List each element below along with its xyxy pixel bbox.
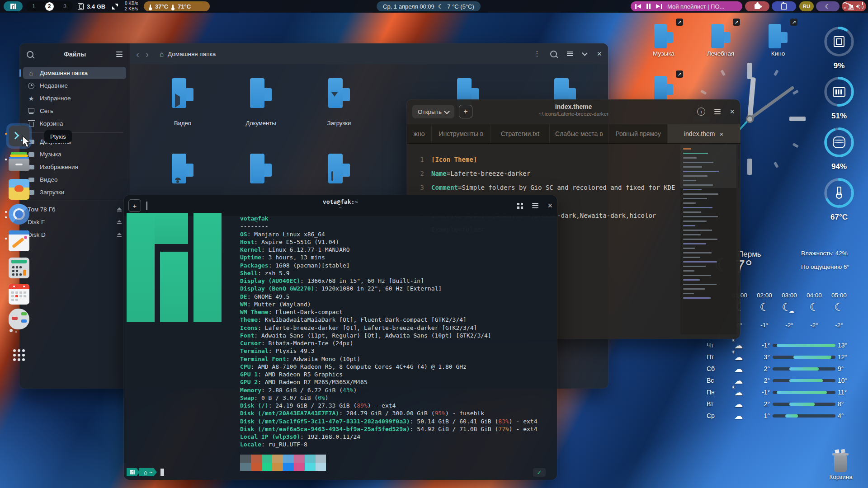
folder-row2-2[interactable] <box>328 154 350 183</box>
open-button[interactable]: Открыть <box>412 105 454 118</box>
cloud-icon: ☁ <box>789 308 794 314</box>
folder-Видео[interactable] <box>172 78 193 108</box>
trash-icon[interactable] <box>831 450 850 472</box>
sidebar-item-trash[interactable]: Корзина <box>23 117 126 130</box>
dock-item-files[interactable] <box>9 151 29 172</box>
media-prev-button[interactable] <box>635 4 641 9</box>
folder-Загрузки[interactable] <box>328 78 350 108</box>
desktop-shortcut-hidden-3[interactable] <box>654 76 673 100</box>
panel-weather: 7 °C (5°C) <box>447 3 474 10</box>
media-pause-button[interactable] <box>646 4 651 9</box>
workspace-2[interactable]: 2 <box>45 2 54 11</box>
tab-Ровный прямоу[interactable]: Ровный прямоу <box>609 124 668 143</box>
more-options-button[interactable]: ⋮ <box>533 50 540 58</box>
sidebar-bookmark-0[interactable]: Документы <box>23 136 126 148</box>
media-title[interactable]: Мой плейлист | ПО... <box>667 3 724 10</box>
clock-weather-button[interactable]: Ср, 1 апреля 00:09 ☾ 7 °C (5°C) <box>377 1 481 11</box>
terminal-window: + vota@fak:~ ~ × vota@fak--------OS: Man… <box>124 195 557 480</box>
palette-swatch <box>240 463 251 471</box>
sidebar-bookmark-3[interactable]: Видео <box>23 174 126 186</box>
hamburger-menu-icon[interactable] <box>116 54 123 55</box>
tab-жно[interactable]: жно <box>407 124 432 143</box>
tab-index.them[interactable]: index.them× <box>668 124 740 143</box>
view-options-chevron[interactable] <box>582 50 588 56</box>
forward-button[interactable]: › <box>146 49 149 59</box>
workspace-3[interactable]: 3 <box>63 3 66 9</box>
dock-item-chromium[interactable] <box>9 204 29 225</box>
minimap-line <box>683 293 694 294</box>
editor-minimap[interactable] <box>680 145 736 334</box>
dock-item-mindmap[interactable] <box>9 309 29 329</box>
dock-item-calculator[interactable] <box>9 258 29 278</box>
gauge-label: 94% <box>817 162 861 171</box>
editor-close-button[interactable]: × <box>730 108 735 116</box>
tab-close-icon[interactable]: × <box>719 131 723 137</box>
search-button[interactable] <box>550 51 557 57</box>
night-light-button[interactable]: ☾ <box>816 1 840 11</box>
new-tab-button[interactable]: + <box>459 105 472 118</box>
minimap-line <box>683 184 713 186</box>
minimap-line <box>683 252 712 253</box>
weekly-temp-segment <box>793 356 831 359</box>
sidebar-device-2[interactable]: Disk D <box>23 229 126 241</box>
terminal-tab-dropdown[interactable] <box>146 202 147 210</box>
workspace-switcher[interactable]: 123 <box>26 1 73 11</box>
extensions-button[interactable] <box>745 1 769 11</box>
sidebar-item-network[interactable]: Сеть <box>23 105 126 117</box>
terminal-new-tab-button[interactable]: + <box>128 199 141 212</box>
expand-icon <box>112 4 118 9</box>
back-button[interactable]: ‹ <box>136 49 139 59</box>
editor-menu-button[interactable] <box>714 111 721 112</box>
eject-icon[interactable] <box>117 233 122 237</box>
sidebar-device-1[interactable]: Disk F <box>23 216 126 228</box>
breadcrumb[interactable]: ⌂ Домашняя папка <box>160 51 216 57</box>
folder-row2-0[interactable] <box>172 154 193 183</box>
dock-item-editor[interactable] <box>9 230 29 251</box>
eject-icon[interactable] <box>117 207 122 212</box>
memory-indicator[interactable]: 3.4 GB <box>76 1 107 11</box>
network-icon <box>28 109 35 113</box>
workspace-1[interactable]: 1 <box>32 3 35 9</box>
network-speed-indicator[interactable]: 0 KB/s 2 KB/s <box>125 0 138 12</box>
sidebar-search-icon[interactable] <box>27 51 33 58</box>
terminal-grid-button[interactable] <box>517 203 519 205</box>
dock-item-viewer[interactable] <box>9 179 29 200</box>
fetch-line: CPU: AMD A8-7100 Radeon R5, 8 Compute Co… <box>240 363 537 371</box>
minimap-line <box>683 275 711 276</box>
sidebar-bookmark-2[interactable]: Изображения <box>23 161 126 173</box>
folder-Документы[interactable] <box>250 78 272 108</box>
palette-swatch <box>294 455 305 463</box>
dock-item-appgrid[interactable] <box>9 345 29 366</box>
tab-Инструменты в[interactable]: Инструменты в <box>432 124 491 143</box>
sidebar-bookmark-4[interactable]: Загрузки <box>23 186 126 198</box>
temp-1: 37°C <box>155 3 168 10</box>
close-window-button[interactable]: × <box>597 50 602 58</box>
list-view-button[interactable] <box>567 52 573 52</box>
info-button[interactable]: i <box>697 108 705 116</box>
clipboard-button[interactable] <box>772 1 796 11</box>
terminal-close-button[interactable]: × <box>547 202 552 210</box>
desktop-shortcut-Лечебная[interactable] <box>711 24 730 48</box>
media-next-button[interactable] <box>656 4 662 9</box>
minimap-line <box>683 279 700 281</box>
temperature-indicator[interactable]: 37°C 71°C <box>144 1 210 11</box>
tab-Стратегии.txt[interactable]: Стратегии.txt <box>491 124 550 143</box>
expand-button[interactable] <box>111 1 119 11</box>
keyboard-layout-button[interactable]: RU <box>799 1 814 11</box>
terminal-menu-button[interactable] <box>532 205 538 206</box>
sidebar-item-clock[interactable]: Недавние <box>23 80 126 92</box>
dock-item-calendar[interactable] <box>9 284 29 305</box>
system-status-menu[interactable] <box>842 1 866 11</box>
distro-menu-button[interactable] <box>4 1 23 11</box>
clock-tick <box>789 117 806 121</box>
sidebar-item-star[interactable]: ★Избранное <box>23 92 126 104</box>
weekly-temp-bar <box>773 367 835 371</box>
sidebar-bookmark-1[interactable]: Музыка <box>23 148 126 160</box>
eject-icon[interactable] <box>117 220 122 225</box>
desktop-shortcut-Музыка[interactable] <box>654 24 673 48</box>
tab-Слабые места в[interactable]: Слабые места в <box>550 124 609 143</box>
desktop-shortcut-Кино[interactable] <box>769 24 788 48</box>
folder-row2-1[interactable] <box>250 154 272 183</box>
sidebar-device-0[interactable]: Том 78 Гб <box>23 203 126 216</box>
sidebar-item-home[interactable]: ⌂Домашняя папка <box>23 67 126 79</box>
